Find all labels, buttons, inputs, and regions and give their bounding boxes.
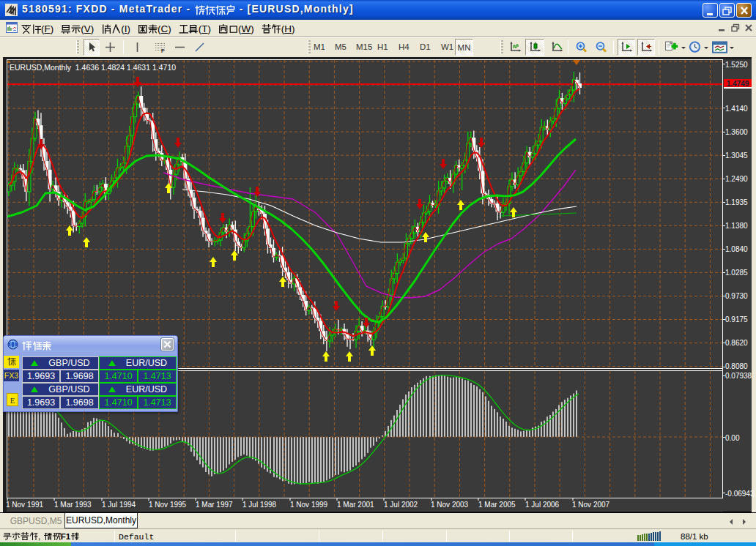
- svg-text:F: F: [161, 48, 165, 53]
